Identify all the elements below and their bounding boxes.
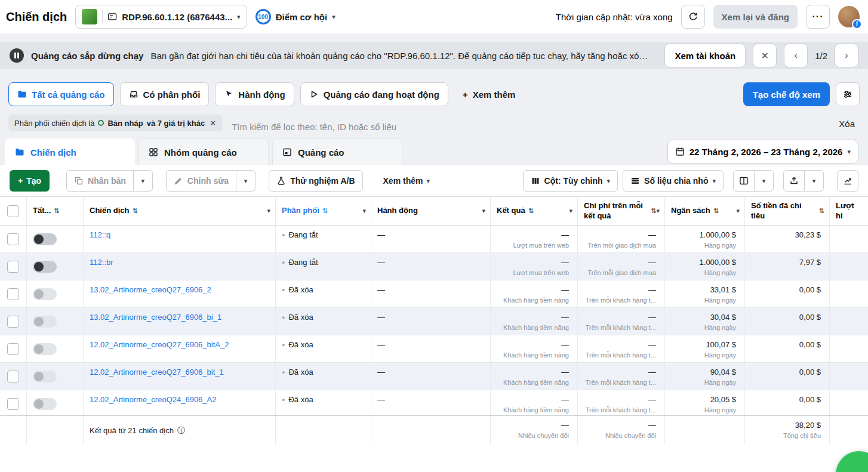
campaign-name-link[interactable]: 12.02_Artinorme_creoQ27_6906_bitA_2 bbox=[90, 340, 229, 349]
sort-icon: ⇅ bbox=[54, 207, 59, 215]
campaign-name-link[interactable]: 13.02_Artinorme_creoQ27_6906_bi_1 bbox=[90, 313, 221, 322]
columns-button[interactable]: Cột: Tùy chỉnh ▾ bbox=[523, 170, 618, 192]
table-header: Tất... ⇅ Chiến dịch ⇅ ▾ Phân phối ⇅ ▾ Hà… bbox=[0, 197, 868, 226]
campaign-toggle[interactable] bbox=[33, 233, 57, 245]
row-checkbox[interactable] bbox=[7, 233, 19, 245]
campaign-name-link[interactable]: 12.02_Artinorme_creoQ24_6906_A2 bbox=[90, 395, 216, 404]
view-settings-button[interactable] bbox=[836, 82, 860, 106]
row-toggle-cell bbox=[27, 308, 84, 335]
breakdown-button[interactable]: Số liệu chia nhỏ ▾ bbox=[623, 170, 724, 192]
campaign-name-link[interactable]: 112::q bbox=[90, 230, 110, 239]
account-name: RDP.96.60.1.12 (6876443... bbox=[122, 12, 232, 22]
row-checkbox[interactable] bbox=[7, 371, 19, 382]
column-menu-icon[interactable]: ▾ bbox=[569, 208, 572, 214]
view-account-button[interactable]: Xem tài khoản bbox=[664, 44, 746, 67]
header-toggle-column[interactable]: Tất... ⇅ bbox=[27, 197, 84, 226]
clear-filters-button[interactable]: Xóa bbox=[835, 116, 858, 131]
filter-tab-actions[interactable]: Hành động bbox=[215, 82, 294, 106]
cost-value: — bbox=[584, 395, 656, 405]
filter-tab-has-delivery[interactable]: Có phân phối bbox=[120, 82, 210, 106]
duplicate-label: Nhân bản bbox=[88, 176, 126, 186]
footer-cost-value: — bbox=[584, 421, 656, 430]
review-publish-button[interactable]: Xem lại và đăng bbox=[713, 5, 798, 29]
ab-test-button[interactable]: Thử nghiệm A/B bbox=[269, 170, 362, 192]
header-budget-column[interactable]: Ngân sách ⇅ ▾ bbox=[665, 197, 745, 226]
more-actions-button[interactable]: Xem thêm ▾ bbox=[378, 176, 435, 186]
banner-next-button[interactable]: › bbox=[835, 44, 858, 67]
row-checkbox[interactable] bbox=[7, 343, 19, 355]
date-range-picker[interactable]: 22 Tháng 2, 2026 – 23 Tháng 2, 2026 ▾ bbox=[667, 140, 858, 163]
campaign-toggle[interactable] bbox=[33, 343, 57, 355]
column-menu-icon[interactable]: ▾ bbox=[362, 208, 366, 214]
chip-remove-icon[interactable]: ✕ bbox=[210, 119, 216, 128]
info-icon[interactable]: ⓘ bbox=[177, 425, 185, 436]
table-body: 112::q ●Đang tắt — — Lượt mua trên web —… bbox=[0, 226, 868, 445]
campaign-toggle[interactable] bbox=[33, 371, 57, 382]
campaign-name-link[interactable]: 12.02_Artinorme_creoQ27_6906_bit_1 bbox=[90, 368, 224, 377]
tab-ads[interactable]: Quảng cáo bbox=[272, 138, 402, 165]
edit-dropdown-button[interactable]: ▾ bbox=[236, 170, 256, 192]
export-button[interactable] bbox=[783, 170, 805, 192]
edit-button[interactable]: Chỉnh sửa bbox=[166, 170, 236, 192]
campaign-name-link[interactable]: 13.02_Artinorme_creoQ27_6906_2 bbox=[90, 285, 211, 294]
campaign-toggle[interactable] bbox=[33, 398, 57, 410]
delivery-status-text: Đã xóa bbox=[288, 285, 313, 294]
header-impressions-column[interactable]: Lượt hi bbox=[830, 197, 868, 226]
row-checkbox[interactable] bbox=[7, 288, 19, 300]
edit-label: Chỉnh sửa bbox=[187, 176, 229, 186]
header-delivery-column[interactable]: Phân phối ⇅ ▾ bbox=[276, 197, 371, 226]
campaign-toggle[interactable] bbox=[33, 261, 57, 273]
create-campaign-button[interactable]: + Tạo bbox=[10, 170, 50, 192]
create-view-button[interactable]: Tạo chế độ xem bbox=[743, 82, 830, 106]
column-menu-icon[interactable]: ▾ bbox=[267, 208, 270, 214]
columns-label: Cột: Tùy chỉnh bbox=[544, 176, 603, 186]
results-subtext: Khách hàng tiềm năng bbox=[497, 297, 569, 304]
duplicate-button[interactable]: Nhân bản bbox=[66, 170, 134, 192]
duplicate-dropdown-button[interactable]: ▾ bbox=[134, 170, 153, 192]
header-action-column[interactable]: Hành động ▾ bbox=[371, 197, 491, 226]
row-checkbox[interactable] bbox=[7, 398, 19, 410]
header-campaign-column[interactable]: Chiến dịch ⇅ ▾ bbox=[84, 197, 276, 226]
charts-button[interactable] bbox=[837, 170, 858, 192]
results-subtext: Lượt mua trên web bbox=[497, 269, 569, 277]
delivery-filter-chip[interactable]: Phân phối chiến dịch là Bản nháp và 7 gi… bbox=[8, 115, 222, 131]
row-checkbox[interactable] bbox=[7, 316, 19, 328]
column-menu-icon[interactable]: ▾ bbox=[482, 208, 485, 214]
banner-close-button[interactable]: ✕ bbox=[753, 44, 777, 67]
tab-campaigns[interactable]: Chiến dịch bbox=[5, 138, 135, 165]
column-menu-icon[interactable]: ▾ bbox=[656, 208, 660, 214]
banner-page-indicator: 1/2 bbox=[815, 51, 827, 61]
layout-button[interactable] bbox=[733, 170, 755, 192]
export-dropdown-button[interactable]: ▾ bbox=[805, 170, 824, 192]
budget-value: 1.000,00 $ bbox=[671, 230, 736, 240]
filter-tab-all-ads[interactable]: Tất cả quảng cáo bbox=[8, 82, 114, 106]
account-selector[interactable]: RDP.96.60.1.12 (6876443... ▾ bbox=[75, 5, 247, 29]
amount-spent-cell: 0,00 $ bbox=[745, 390, 830, 417]
close-icon: ✕ bbox=[761, 50, 768, 61]
opportunity-score-dropdown[interactable]: 100 Điểm cơ hội ▾ bbox=[256, 9, 335, 24]
tab-ad-sets[interactable]: Nhóm quảng cáo bbox=[138, 138, 269, 165]
header-cost-per-result-column[interactable]: Chi phí trên mỗi kết quả ⇅ ▾ bbox=[578, 197, 665, 226]
caret-down-icon: ▾ bbox=[812, 178, 816, 184]
campaign-name-link[interactable]: 112::br bbox=[90, 258, 113, 267]
refresh-button[interactable] bbox=[681, 5, 705, 29]
column-menu-icon[interactable]: ▾ bbox=[736, 208, 740, 214]
more-options-button[interactable]: ··· bbox=[806, 5, 830, 29]
delivery-status-dot: ● bbox=[282, 287, 285, 293]
layout-dropdown-button[interactable]: ▾ bbox=[755, 170, 774, 192]
filter-tab-label: Có phân phối bbox=[143, 90, 201, 100]
header-amount-spent-column[interactable]: Số tiền đã chi tiêu ⇅ bbox=[745, 197, 830, 226]
header-results-column[interactable]: Kết quả ⇅ ▾ bbox=[491, 197, 578, 226]
filter-tab-active-ads[interactable]: Quảng cáo đang hoạt động bbox=[300, 82, 448, 106]
profile-avatar[interactable]: f bbox=[838, 6, 860, 27]
search-filter-input[interactable]: Tìm kiếm để lọc theo: tên, ID hoặc số li… bbox=[232, 122, 396, 132]
select-all-checkbox[interactable] bbox=[7, 205, 19, 217]
row-checkbox[interactable] bbox=[7, 261, 19, 273]
spend-limit-banner: Quảng cáo sắp dừng chạy Bạn gần đạt giới… bbox=[0, 42, 868, 69]
campaign-toggle[interactable] bbox=[33, 288, 57, 300]
campaign-toggle[interactable] bbox=[33, 316, 57, 328]
spent-value: 0,00 $ bbox=[751, 285, 821, 295]
filter-tab-see-more[interactable]: + Xem thêm bbox=[454, 82, 524, 106]
layout-split-button: ▾ bbox=[733, 170, 774, 192]
banner-prev-button[interactable]: ‹ bbox=[784, 44, 808, 67]
